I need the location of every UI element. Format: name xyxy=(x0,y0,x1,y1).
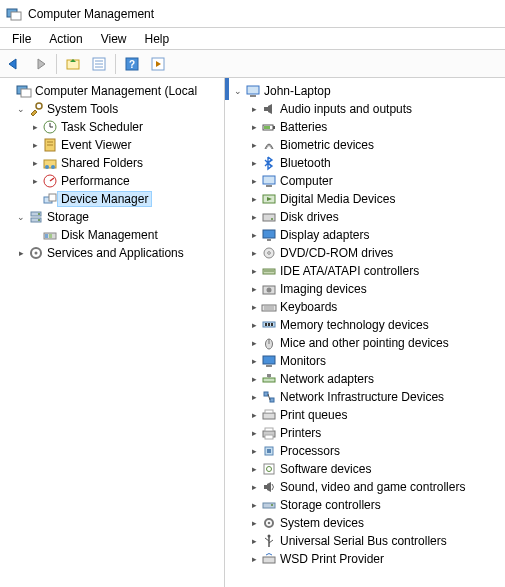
device-category[interactable]: ▸Processors xyxy=(225,442,505,460)
expander-open-icon[interactable]: ⌄ xyxy=(231,84,245,98)
expander-closed-icon[interactable]: ▸ xyxy=(247,210,261,224)
menu-help[interactable]: Help xyxy=(137,30,178,48)
menu-view[interactable]: View xyxy=(93,30,135,48)
menu-file[interactable]: File xyxy=(4,30,39,48)
node-task-scheduler[interactable]: ▸ Task Scheduler xyxy=(0,118,224,136)
node-disk-management[interactable]: ▸ Disk Management xyxy=(0,226,224,244)
expander-closed-icon[interactable]: ▸ xyxy=(247,282,261,296)
expander-closed-icon[interactable]: ▸ xyxy=(28,138,42,152)
device-category[interactable]: ▸Batteries xyxy=(225,118,505,136)
expander-closed-icon[interactable]: ▸ xyxy=(247,408,261,422)
expander-closed-icon[interactable]: ▸ xyxy=(28,120,42,134)
help-button[interactable]: ? xyxy=(120,53,144,75)
device-category[interactable]: ▸Bluetooth xyxy=(225,154,505,172)
device-category[interactable]: ▸Network Infrastructure Devices xyxy=(225,388,505,406)
book-icon xyxy=(42,137,58,153)
monitor-icon xyxy=(261,353,277,369)
forward-button[interactable] xyxy=(28,53,52,75)
expander-closed-icon[interactable]: ▸ xyxy=(247,516,261,530)
device-category[interactable]: ▸Sound, video and game controllers xyxy=(225,478,505,496)
expander-closed-icon[interactable]: ▸ xyxy=(247,102,261,116)
wsd-icon xyxy=(261,551,277,567)
expander-closed-icon[interactable]: ▸ xyxy=(247,318,261,332)
expander-closed-icon[interactable]: ▸ xyxy=(247,192,261,206)
svg-rect-40 xyxy=(264,126,270,129)
expander-closed-icon[interactable]: ▸ xyxy=(247,174,261,188)
svg-rect-81 xyxy=(263,503,275,508)
expander-closed-icon[interactable]: ▸ xyxy=(247,120,261,134)
device-category[interactable]: ▸Print queues xyxy=(225,406,505,424)
device-category[interactable]: ▸Keyboards xyxy=(225,298,505,316)
device-category[interactable]: ▸Network adapters xyxy=(225,370,505,388)
expander-closed-icon[interactable]: ▸ xyxy=(14,246,28,260)
expander-closed-icon[interactable]: ▸ xyxy=(247,426,261,440)
back-button[interactable] xyxy=(2,53,26,75)
device-category[interactable]: ▸IDE ATA/ATAPI controllers xyxy=(225,262,505,280)
node-services-apps[interactable]: ▸ Services and Applications xyxy=(0,244,224,262)
device-category[interactable]: ▸Computer xyxy=(225,172,505,190)
memory-icon xyxy=(261,317,277,333)
device-category[interactable]: ▸Biometric devices xyxy=(225,136,505,154)
node-shared-folders[interactable]: ▸ Shared Folders xyxy=(0,154,224,172)
device-category[interactable]: ▸Digital Media Devices xyxy=(225,190,505,208)
expander-closed-icon[interactable]: ▸ xyxy=(28,174,42,188)
expander-closed-icon[interactable]: ▸ xyxy=(247,138,261,152)
expander-closed-icon[interactable]: ▸ xyxy=(247,246,261,260)
svg-point-28 xyxy=(38,213,40,215)
expander-closed-icon[interactable]: ▸ xyxy=(247,354,261,368)
clock-icon xyxy=(42,119,58,135)
device-category[interactable]: ▸Software devices xyxy=(225,460,505,478)
expander-open-icon[interactable]: ⌄ xyxy=(14,102,28,116)
node-storage[interactable]: ⌄ Storage xyxy=(0,208,224,226)
svg-rect-63 xyxy=(263,356,275,364)
expander-closed-icon[interactable]: ▸ xyxy=(247,462,261,476)
device-category[interactable]: ▸Disk drives xyxy=(225,208,505,226)
expander-closed-icon[interactable]: ▸ xyxy=(247,552,261,566)
node-device-manager[interactable]: ▸ Device Manager xyxy=(0,190,224,208)
up-button[interactable] xyxy=(61,53,85,75)
device-root[interactable]: ⌄ John-Laptop xyxy=(225,82,505,100)
expander-closed-icon[interactable]: ▸ xyxy=(247,390,261,404)
expander-closed-icon[interactable]: ▸ xyxy=(247,534,261,548)
usb-icon xyxy=(261,533,277,549)
node-label: Digital Media Devices xyxy=(277,192,398,206)
device-category[interactable]: ▸System devices xyxy=(225,514,505,532)
node-performance[interactable]: ▸ Performance xyxy=(0,172,224,190)
svg-point-20 xyxy=(45,165,49,169)
properties-button[interactable] xyxy=(87,53,111,75)
node-label: Batteries xyxy=(277,120,330,134)
device-category[interactable]: ▸Storage controllers xyxy=(225,496,505,514)
node-system-tools[interactable]: ⌄ System Tools xyxy=(0,100,224,118)
device-category[interactable]: ▸DVD/CD-ROM drives xyxy=(225,244,505,262)
menu-action[interactable]: Action xyxy=(41,30,90,48)
gear-icon xyxy=(261,515,277,531)
device-category[interactable]: ▸Audio inputs and outputs xyxy=(225,100,505,118)
device-category[interactable]: ▸WSD Print Provider xyxy=(225,550,505,568)
device-category[interactable]: ▸Mice and other pointing devices xyxy=(225,334,505,352)
toolbar-separator xyxy=(115,54,116,74)
device-category[interactable]: ▸Display adapters xyxy=(225,226,505,244)
show-hide-button[interactable] xyxy=(146,53,170,75)
expander-closed-icon[interactable]: ▸ xyxy=(247,300,261,314)
expander-open-icon[interactable]: ⌄ xyxy=(14,210,28,224)
device-category[interactable]: ▸Printers xyxy=(225,424,505,442)
expander-closed-icon[interactable]: ▸ xyxy=(247,498,261,512)
device-category[interactable]: ▸Imaging devices xyxy=(225,280,505,298)
node-label: Services and Applications xyxy=(44,246,187,260)
expander-closed-icon[interactable]: ▸ xyxy=(247,264,261,278)
svg-rect-25 xyxy=(49,194,56,201)
expander-closed-icon[interactable]: ▸ xyxy=(28,156,42,170)
expander-closed-icon[interactable]: ▸ xyxy=(247,228,261,242)
expander-closed-icon[interactable]: ▸ xyxy=(247,480,261,494)
node-event-viewer[interactable]: ▸ Event Viewer xyxy=(0,136,224,154)
device-category[interactable]: ▸Monitors xyxy=(225,352,505,370)
device-category[interactable]: ▸Memory technology devices xyxy=(225,316,505,334)
expander-closed-icon[interactable]: ▸ xyxy=(247,336,261,350)
expander-closed-icon[interactable]: ▸ xyxy=(247,156,261,170)
node-label: John-Laptop xyxy=(261,84,334,98)
device-category[interactable]: ▸Universal Serial Bus controllers xyxy=(225,532,505,550)
expander-closed-icon[interactable]: ▸ xyxy=(247,444,261,458)
expander-closed-icon[interactable]: ▸ xyxy=(247,372,261,386)
node-root[interactable]: ▶ Computer Management (Local xyxy=(0,82,224,100)
network-icon xyxy=(261,371,277,387)
